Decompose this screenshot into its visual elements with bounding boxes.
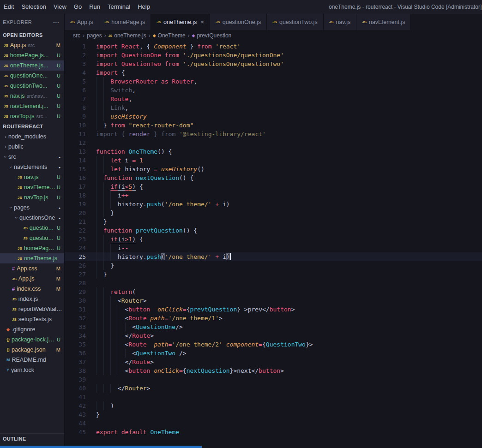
tab-questionOne.js[interactable]: JSquestionOne.js	[210, 14, 267, 30]
open-editor-nav.js[interactable]: JSnav.jssrc\nav...U	[0, 91, 64, 101]
code-editor[interactable]: 1import React, { Component } from 'react…	[65, 41, 482, 448]
tree-item-navElements[interactable]: ›navElements●	[0, 162, 64, 172]
line-number[interactable]: 23	[65, 235, 86, 244]
tree-item-package-lock.json[interactable]: {}package-lock.jsonU	[0, 335, 64, 345]
line-number[interactable]: 11	[65, 130, 86, 138]
tree-item-homePage.js[interactable]: JShomePage.jsU	[0, 243, 64, 253]
code-line[interactable]: 1import React, { Component } from 'react…	[65, 42, 482, 51]
line-number[interactable]: 39	[65, 375, 86, 384]
code-line[interactable]: 18i++	[65, 191, 482, 200]
code-line[interactable]: 4import {	[65, 68, 482, 77]
line-number[interactable]: 1	[65, 42, 86, 51]
line-number[interactable]: 28	[65, 279, 86, 287]
code-line[interactable]: 32<Route path='/one theme/1'>	[65, 314, 482, 323]
tab-homePage.js[interactable]: JShomePage.js	[99, 14, 151, 30]
line-number[interactable]: 44	[65, 419, 86, 428]
line-number[interactable]: 12	[65, 138, 86, 147]
line-number[interactable]: 3	[65, 60, 86, 68]
code-line[interactable]: 37</Route>	[65, 358, 482, 366]
code-line[interactable]: 9useHistory	[65, 112, 482, 121]
line-number[interactable]: 38	[65, 366, 86, 375]
menu-item-go[interactable]: Go	[70, 0, 85, 14]
open-editor-oneTheme.js...[interactable]: JSoneTheme.js...U	[0, 60, 64, 71]
line-number[interactable]: 29	[65, 287, 86, 296]
line-number[interactable]: 42	[65, 401, 86, 410]
line-number[interactable]: 33	[65, 323, 86, 331]
line-number[interactable]: 30	[65, 296, 86, 305]
code-line[interactable]: 29return(	[65, 287, 482, 296]
code-line[interactable]: 41	[65, 393, 482, 401]
tab-App.js[interactable]: JSApp.js	[65, 14, 99, 30]
more-actions-icon[interactable]: ⋯	[53, 18, 60, 26]
line-number[interactable]: 27	[65, 270, 86, 279]
line-number[interactable]: 8	[65, 103, 86, 112]
tab-questionTwo.js[interactable]: JSquestionTwo.js	[267, 14, 323, 30]
open-editors-header[interactable]: OPEN EDITORS	[0, 30, 64, 40]
code-line[interactable]: 25history.push('/one theme/' + i)	[65, 252, 482, 261]
tree-item-setupTests.js[interactable]: JSsetupTests.js	[0, 314, 64, 324]
code-line[interactable]: 40</Router>	[65, 384, 482, 393]
code-line[interactable]: 6Switch,	[65, 86, 482, 95]
code-line[interactable]: 12	[65, 138, 482, 147]
tree-item-navTop.js[interactable]: JSnavTop.jsU	[0, 192, 64, 203]
open-editor-questionTwo...[interactable]: JSquestionTwo...U	[0, 81, 64, 91]
code-line[interactable]: 21}	[65, 217, 482, 226]
tree-item-index.js[interactable]: JSindex.js	[0, 294, 64, 304]
code-line[interactable]: 43}	[65, 410, 482, 419]
tree-item-README.md[interactable]: MREADME.md	[0, 355, 64, 365]
tree-item-package.json[interactable]: {}package.jsonM	[0, 345, 64, 355]
code-line[interactable]: 24i--	[65, 244, 482, 252]
code-line[interactable]: 17if(i<5) {	[65, 182, 482, 191]
outline-header[interactable]: OUTLINE	[0, 433, 64, 443]
tab-nav.js[interactable]: JSnav.js	[324, 14, 357, 30]
code-line[interactable]: 2import QuestionOne from './questionsOne…	[65, 51, 482, 60]
breadcrumb-oneTheme.js[interactable]: JSoneTheme.js	[108, 32, 146, 39]
open-editor-navElement.j...[interactable]: JSnavElement.j...U	[0, 101, 64, 111]
line-number[interactable]: 45	[65, 428, 86, 436]
code-line[interactable]: 33<QuestionOne/>	[65, 323, 482, 331]
menu-item-edit[interactable]: Edit	[0, 0, 18, 14]
line-number[interactable]: 4	[65, 68, 86, 77]
code-line[interactable]: 44	[65, 419, 482, 428]
tree-item-index.css[interactable]: #index.cssM	[0, 284, 64, 294]
tree-item-pages[interactable]: ›pages●	[0, 203, 64, 213]
code-line[interactable]: 39	[65, 375, 482, 384]
line-number[interactable]: 7	[65, 95, 86, 103]
code-line[interactable]: 30<Router>	[65, 296, 482, 305]
line-number[interactable]: 9	[65, 112, 86, 121]
tree-item-navElement.js[interactable]: JSnavElement.jsU	[0, 182, 64, 192]
code-line[interactable]: 28	[65, 279, 482, 287]
open-editor-homePage.js...[interactable]: JShomePage.js...U	[0, 50, 64, 60]
open-editor-questionOne...[interactable]: JSquestionOne...U	[0, 71, 64, 81]
line-number[interactable]: 40	[65, 384, 86, 393]
code-line[interactable]: 8Link,	[65, 103, 482, 112]
tree-item-questionOn...[interactable]: JSquestionOn...U	[0, 223, 64, 233]
line-number[interactable]: 22	[65, 226, 86, 235]
line-number[interactable]: 21	[65, 217, 86, 226]
code-line[interactable]: 14let i = 1	[65, 156, 482, 165]
line-number[interactable]: 37	[65, 358, 86, 366]
code-line[interactable]: 11import { render } from '@testing-libra…	[65, 130, 482, 138]
code-line[interactable]: 45export default OneTheme	[65, 428, 482, 436]
line-number[interactable]: 13	[65, 147, 86, 156]
line-number[interactable]: 5	[65, 77, 86, 86]
menu-item-view[interactable]: View	[50, 0, 70, 14]
tree-item-src[interactable]: ›src●	[0, 152, 64, 162]
workspace-header[interactable]: ROUTERREACT	[0, 121, 64, 131]
menu-item-run[interactable]: Run	[85, 0, 104, 14]
code-line[interactable]: 10} from "react-router-dom"	[65, 121, 482, 130]
line-number[interactable]: 26	[65, 261, 86, 270]
line-number[interactable]: 36	[65, 349, 86, 358]
tab-oneTheme.js[interactable]: JSoneTheme.js×	[151, 14, 210, 30]
open-editor-App.js[interactable]: JSApp.jssrcM	[0, 40, 64, 50]
line-number[interactable]: 35	[65, 340, 86, 349]
code-line[interactable]: 26}	[65, 261, 482, 270]
tree-item-node_modules[interactable]: ›node_modules	[0, 131, 64, 142]
code-line[interactable]: 38<button onClick={nextQuestion}>next</b…	[65, 366, 482, 375]
code-line[interactable]: 31<button onClick={prevtQuestion} >prev<…	[65, 305, 482, 314]
code-line[interactable]: 34</Route>	[65, 331, 482, 340]
line-number[interactable]: 32	[65, 314, 86, 323]
line-number[interactable]: 15	[65, 165, 86, 173]
line-number[interactable]: 34	[65, 331, 86, 340]
code-line[interactable]: 15let history = useHistory()	[65, 165, 482, 173]
